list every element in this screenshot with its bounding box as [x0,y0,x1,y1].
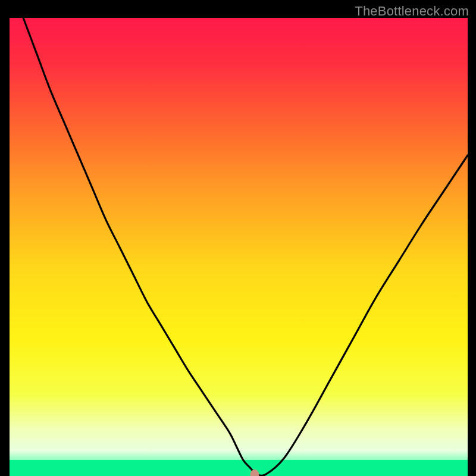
attribution-text: TheBottleneck.com [355,4,469,19]
bottleneck-chart [10,18,468,476]
chart-background [10,18,468,476]
green-band [10,460,468,476]
bottleneck-marker [250,469,259,476]
chart-frame [10,18,468,476]
